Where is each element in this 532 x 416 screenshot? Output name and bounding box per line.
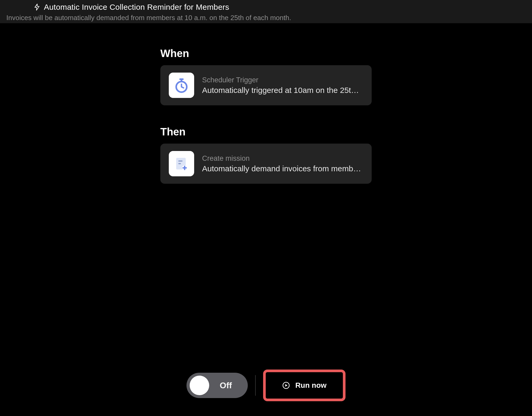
footer-controls: Off Run now	[0, 370, 532, 401]
enable-toggle[interactable]: Off	[186, 373, 248, 398]
trigger-description: Automatically triggered at 10am on the 2…	[202, 86, 363, 95]
document-plus-icon	[169, 151, 194, 176]
then-title: Then	[160, 126, 372, 138]
action-label: Create mission	[202, 154, 363, 163]
stopwatch-icon	[169, 73, 194, 98]
svg-rect-0	[179, 78, 184, 80]
vertical-divider	[255, 375, 256, 396]
lightning-icon	[34, 3, 40, 11]
content-area: When Scheduler Trigger Automatically tri…	[0, 23, 532, 184]
trigger-label: Scheduler Trigger	[202, 76, 363, 84]
run-now-label: Run now	[295, 381, 326, 390]
trigger-card[interactable]: Scheduler Trigger Automatically triggere…	[160, 65, 372, 105]
run-now-highlight: Run now	[263, 370, 346, 401]
run-now-button[interactable]: Run now	[268, 375, 340, 396]
toggle-knob	[190, 376, 209, 395]
action-card[interactable]: Create mission Automatically demand invo…	[160, 144, 372, 184]
svg-rect-5	[178, 163, 181, 164]
play-circle-icon	[282, 381, 290, 389]
when-title: When	[160, 48, 372, 59]
when-section: When Scheduler Trigger Automatically tri…	[160, 48, 372, 105]
page-header: Automatic Invoice Collection Reminder fo…	[0, 0, 532, 23]
svg-rect-4	[178, 160, 183, 162]
then-section: Then Create mission Automatically demand…	[160, 126, 372, 184]
page-title: Automatic Invoice Collection Reminder fo…	[44, 3, 229, 12]
toggle-label: Off	[209, 381, 245, 390]
page-description: Invoices will be automatically demanded …	[6, 14, 526, 22]
action-description: Automatically demand invoices from membe…	[202, 164, 363, 173]
